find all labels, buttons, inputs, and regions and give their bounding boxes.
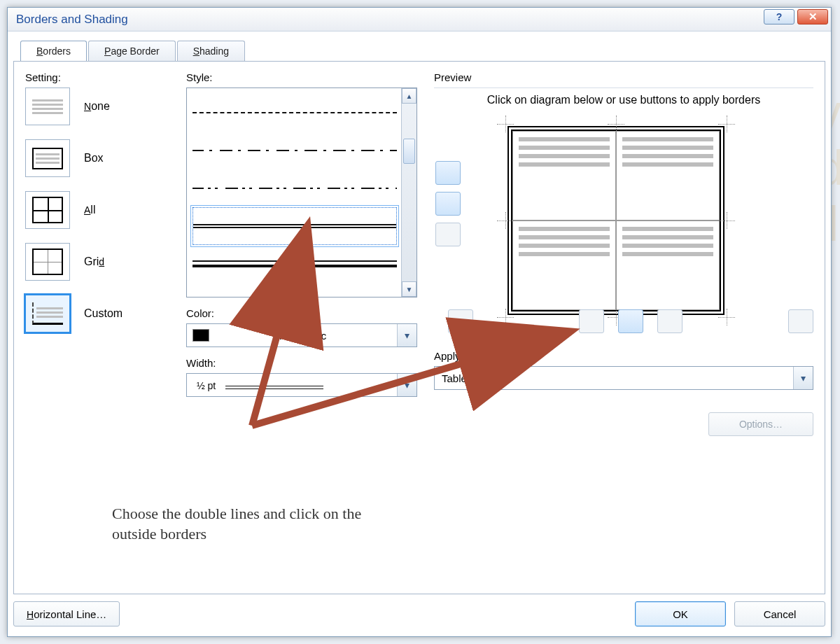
setting-custom-icon — [25, 295, 70, 332]
apply-to-row: Apply to: Table Options… — [434, 350, 813, 390]
chevron-down-icon[interactable] — [397, 324, 416, 346]
style-listbox[interactable]: ▲ ▼ — [186, 88, 417, 298]
setting-custom[interactable]: Custom — [25, 295, 186, 332]
titlebar-buttons: ? ✕ — [764, 9, 828, 24]
cancel-button[interactable]: Cancel — [734, 601, 825, 626]
settings-label: Setting: — [25, 71, 186, 83]
dialog-borders-and-shading: Borders and Shading ? ✕ Borders Page Bor… — [7, 7, 832, 637]
scroll-up-icon[interactable]: ▲ — [402, 88, 416, 104]
scroll-thumb[interactable] — [403, 139, 415, 164]
titlebar: Borders and Shading ? ✕ — [8, 8, 831, 31]
dialog-body: Borders Page Border Shading Setting: Non… — [8, 31, 831, 636]
apply-to-label: Apply to: — [434, 350, 813, 362]
inside-horizontal-button[interactable] — [435, 192, 461, 216]
scroll-down-icon[interactable]: ▼ — [402, 281, 416, 297]
width-sample-icon — [225, 386, 323, 389]
preview-area — [434, 119, 813, 329]
setting-grid-icon — [25, 243, 70, 281]
setting-box-icon — [25, 139, 70, 177]
color-swatch-icon — [192, 329, 209, 342]
preview-bottom-buttons — [434, 309, 813, 333]
width-value: ½ pt — [197, 380, 216, 391]
color-label: Color: — [186, 307, 417, 319]
preview-side-buttons — [435, 161, 461, 246]
width-label: Width: — [186, 357, 417, 369]
width-combo[interactable]: ½ pt — [186, 373, 417, 397]
preview-column: Preview Click on diagram below or use bu… — [417, 71, 813, 587]
border-right-button[interactable] — [657, 309, 682, 333]
border-bottom-button[interactable] — [435, 223, 461, 246]
tab-shading[interactable]: Shading — [177, 41, 245, 61]
style-triple[interactable] — [192, 245, 397, 283]
setting-all-icon — [25, 191, 70, 229]
border-top-button[interactable] — [435, 161, 461, 185]
annotation-text: Choose the double lines and click on the… — [112, 503, 371, 545]
style-double[interactable] — [192, 207, 397, 245]
apply-to-combo[interactable]: Table — [434, 366, 813, 390]
style-scrollbar[interactable]: ▲ ▼ — [401, 88, 416, 297]
chevron-down-icon[interactable] — [397, 374, 416, 396]
close-button[interactable]: ✕ — [797, 9, 828, 24]
color-value: Automatic — [209, 330, 397, 342]
border-left-button[interactable] — [579, 309, 604, 333]
setting-none[interactable]: None — [25, 88, 186, 125]
tab-borders[interactable]: Borders — [20, 41, 87, 61]
style-dashed[interactable] — [192, 94, 397, 132]
setting-box[interactable]: Box — [25, 139, 186, 177]
tab-panel-borders: Setting: None Box — [13, 61, 825, 594]
setting-all[interactable]: All — [25, 191, 186, 229]
setting-grid[interactable]: Grid — [25, 243, 186, 281]
dialog-footer: Horizontal Line… OK Cancel — [13, 598, 825, 629]
color-combo[interactable]: Automatic — [186, 323, 417, 347]
window-title: Borders and Shading — [12, 13, 128, 27]
chevron-down-icon[interactable] — [793, 367, 813, 389]
preview-label: Preview — [434, 71, 813, 83]
inside-vertical-button[interactable] — [618, 309, 643, 333]
options-button: Options… — [708, 412, 813, 436]
preview-hint: Click on diagram below or use buttons to… — [462, 94, 785, 106]
setting-none-icon — [25, 88, 70, 125]
style-dash-dot[interactable] — [192, 132, 397, 169]
help-button[interactable]: ? — [764, 9, 794, 24]
tab-strip: Borders Page Border Shading — [20, 40, 824, 60]
style-dash-dot-dot[interactable] — [192, 169, 397, 207]
tab-page-border[interactable]: Page Border — [88, 41, 176, 61]
style-label: Style: — [186, 71, 417, 83]
apply-to-value: Table — [435, 372, 793, 384]
ok-button[interactable]: OK — [635, 601, 726, 626]
diag-down-button[interactable] — [448, 309, 473, 333]
preview-diagram[interactable] — [511, 130, 721, 312]
diag-up-button[interactable] — [788, 309, 813, 333]
horizontal-line-button[interactable]: Horizontal Line… — [13, 601, 120, 626]
